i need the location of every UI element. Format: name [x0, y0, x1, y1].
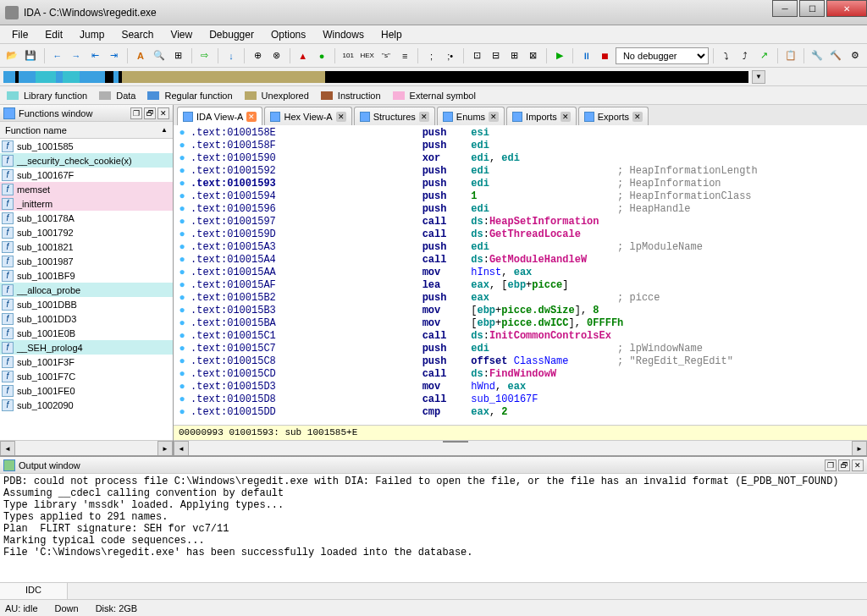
step3-icon[interactable]: ↗ [755, 47, 772, 65]
menu-debugger[interactable]: Debugger [201, 26, 262, 43]
disasm-line[interactable]: ●.text:0100159D call ds:GetThreadLocale [174, 228, 867, 241]
breakpoint-dot-icon[interactable]: ● [174, 317, 191, 330]
scroll-right-icon[interactable]: ► [852, 441, 867, 455]
function-item[interactable]: fsub_1001987 [0, 254, 173, 268]
disasm-line[interactable]: ●.text:010015CD call ds:FindWindowW [174, 368, 867, 381]
disasm-line[interactable]: ●.text:010015A3 push edi ; lpModuleName [174, 241, 867, 254]
disasm-line[interactable]: ●.text:01001590 xor edi, edi [174, 152, 867, 165]
panel-close-button[interactable]: ✕ [157, 107, 169, 119]
function-item[interactable]: fmemset [0, 182, 173, 196]
disasm-line[interactable]: ●.text:010015C8 push offset ClassName ; … [174, 355, 867, 368]
function-item[interactable]: fsub_1001DD3 [0, 311, 173, 326]
tab-structures[interactable]: Structures✕ [354, 107, 435, 125]
nav-dropdown-icon[interactable]: ▼ [752, 70, 765, 84]
functions-hscrollbar[interactable]: ◄ ► [0, 440, 173, 455]
breakpoint-dot-icon[interactable]: ● [174, 241, 191, 254]
function-item[interactable]: fsub_1001821 [0, 239, 173, 254]
tab-ida-view-a[interactable]: IDA View-A✕ [177, 107, 262, 125]
stop2-icon[interactable]: ⏹ [597, 47, 614, 65]
breakpoint-dot-icon[interactable]: ● [174, 165, 191, 178]
green-arrow-icon[interactable]: ⇨ [196, 47, 213, 65]
function-item[interactable]: fsub_1001792 [0, 225, 173, 239]
menu-edit[interactable]: Edit [36, 26, 71, 43]
disasm-line[interactable]: ●.text:010015AF lea eax, [ebp+picce] [174, 279, 867, 292]
binary-icon[interactable]: 🔍 [151, 47, 168, 65]
function-item[interactable]: fsub_1001FE0 [0, 383, 173, 398]
function-item[interactable]: fsub_1001E0B [0, 326, 173, 340]
hex-icon[interactable]: 101 [340, 47, 356, 65]
disasm-line[interactable]: ●.text:010015BA mov [ebp+picce.dwICC], 0… [174, 317, 867, 330]
close-button[interactable]: ✕ [826, 0, 867, 17]
menu-file[interactable]: File [3, 26, 36, 43]
function-item[interactable]: fsub_1001585 [0, 139, 173, 153]
stop-icon[interactable]: ▲ [295, 47, 312, 65]
back2-icon[interactable]: ⇤ [86, 47, 103, 65]
disasm-line[interactable]: ●.text:01001594 push 1 ; HeapInformation… [174, 190, 867, 203]
save-icon[interactable]: 💾 [22, 47, 39, 65]
disasm-line[interactable]: ●.text:0100158F push edi [174, 140, 867, 152]
functions-column-header[interactable]: Function name ▲ [0, 122, 173, 139]
breakpoint-dot-icon[interactable]: ● [174, 406, 191, 419]
tab-close-icon[interactable]: ✕ [246, 112, 257, 122]
panel-float-button[interactable]: 🗗 [838, 459, 850, 471]
graph3-icon[interactable]: ⊞ [505, 47, 522, 65]
idc-tab[interactable]: IDC [0, 583, 68, 599]
breakpoint-dot-icon[interactable]: ● [174, 393, 191, 406]
cross-ref2-icon[interactable]: ⊗ [268, 47, 284, 65]
disasm-line[interactable]: ●.text:010015B2 push eax ; picce [174, 292, 867, 305]
disassembly-view[interactable]: ●.text:0100158E push esi●.text:0100158F … [174, 125, 867, 425]
breakpoint-dot-icon[interactable]: ● [174, 140, 191, 152]
menu-view[interactable]: View [162, 26, 201, 43]
step2-icon[interactable]: ⤴ [737, 47, 754, 65]
breakpoint-dot-icon[interactable]: ● [174, 305, 191, 317]
tool2-icon[interactable]: 🔨 [827, 47, 844, 65]
step-icon[interactable]: ⤵ [718, 47, 735, 65]
output-content[interactable]: PDB: could not process file C:\Windows\r… [0, 474, 867, 582]
seq-icon[interactable]: ⊞ [169, 47, 186, 65]
run-icon[interactable]: ▶ [551, 47, 568, 65]
panel-restore-button[interactable]: ❐ [130, 107, 142, 119]
function-item[interactable]: f__security_check_cookie(x) [0, 153, 173, 168]
functions-list[interactable]: fsub_1001585f__security_check_cookie(x)f… [0, 139, 173, 440]
graph2-icon[interactable]: ⊟ [487, 47, 504, 65]
cross-ref-icon[interactable]: ⊕ [249, 47, 266, 65]
breakpoint-dot-icon[interactable]: ● [174, 355, 191, 368]
function-item[interactable]: fsub_1002090 [0, 398, 173, 412]
function-item[interactable]: fsub_1001DBB [0, 297, 173, 311]
breakpoint-dot-icon[interactable]: ● [174, 203, 191, 216]
nav-band[interactable]: ▼ [0, 68, 867, 86]
tab-close-icon[interactable]: ✕ [561, 112, 571, 122]
disasm-line[interactable]: ●.text:01001597 call ds:HeapSetInformati… [174, 216, 867, 228]
open-icon[interactable]: 📂 [3, 47, 20, 65]
menu-windows[interactable]: Windows [314, 26, 373, 43]
minimize-button[interactable]: ─ [772, 0, 798, 17]
tool3-icon[interactable]: ⚙ [847, 47, 864, 65]
disasm-line[interactable]: ●.text:010015C1 call ds:InitCommonContro… [174, 330, 867, 343]
scroll-left-icon[interactable]: ◄ [0, 441, 15, 455]
forward-icon[interactable]: → [68, 47, 85, 65]
breakpoint-dot-icon[interactable]: ● [174, 228, 191, 241]
breakpoint-dot-icon[interactable]: ● [174, 381, 191, 393]
hex2-icon[interactable]: HEX [358, 47, 375, 65]
menu-jump[interactable]: Jump [71, 26, 113, 43]
scroll-left-icon[interactable]: ◄ [174, 441, 189, 455]
down-arrow-icon[interactable]: ↓ [223, 47, 240, 65]
breakpoint-dot-icon[interactable]: ● [174, 330, 191, 343]
breakpoint-dot-icon[interactable]: ● [174, 267, 191, 279]
breakpoint-dot-icon[interactable]: ● [174, 254, 191, 267]
breakpoint-dot-icon[interactable]: ● [174, 343, 191, 355]
debugger-combo[interactable]: No debugger [616, 47, 709, 64]
breakpoint-dot-icon[interactable]: ● [174, 127, 191, 140]
graph4-icon[interactable]: ⊠ [525, 47, 542, 65]
disasm-line[interactable]: ●.text:01001592 push edi ; HeapInformati… [174, 165, 867, 178]
function-item[interactable]: f__SEH_prolog4 [0, 340, 173, 355]
text-icon[interactable]: A [132, 47, 149, 65]
graph-icon[interactable]: ⊡ [468, 47, 485, 65]
disasm-line[interactable]: ●.text:010015C7 push edi ; lpWindowName [174, 343, 867, 355]
menu-search[interactable]: Search [113, 26, 162, 43]
breakpoint-dot-icon[interactable]: ● [174, 216, 191, 228]
function-item[interactable]: fsub_1001F3F [0, 355, 173, 369]
function-item[interactable]: f_initterm [0, 196, 173, 211]
disasm-line[interactable]: ●.text:0100158E push esi [174, 127, 867, 140]
scroll-right-icon[interactable]: ► [157, 441, 173, 455]
